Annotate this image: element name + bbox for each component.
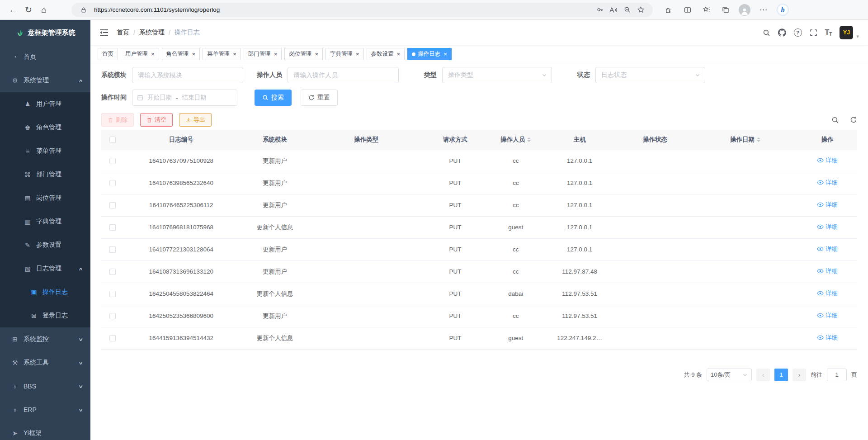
close-icon[interactable]: ×	[192, 51, 196, 57]
sidebar-item-home[interactable]: ◔首页	[0, 45, 90, 69]
detail-link[interactable]: 详细	[817, 267, 838, 275]
detail-link[interactable]: 详细	[817, 289, 838, 298]
tab-post-management[interactable]: 岗位管理×	[284, 48, 323, 60]
tab-user-management[interactable]: 用户管理×	[121, 48, 159, 60]
breadcrumb-item-home[interactable]: 首页	[117, 28, 129, 37]
github-icon[interactable]	[778, 28, 786, 37]
toggle-search-icon[interactable]	[831, 116, 839, 124]
zoom-out-icon[interactable]	[620, 4, 634, 16]
reset-button[interactable]: 重置	[301, 90, 338, 106]
sidebar-item-log-management[interactable]: ▧日志管理∧	[0, 257, 90, 280]
tab-param-settings[interactable]: 参数设置×	[367, 48, 405, 60]
help-icon[interactable]: ?	[794, 28, 802, 37]
column-header-operator[interactable]: 操作人员	[490, 130, 542, 150]
sidebar-item-operation-log[interactable]: ▣操作日志	[0, 280, 90, 304]
user-logo-badge[interactable]: YJ	[840, 26, 853, 39]
module-input[interactable]	[132, 67, 243, 83]
row-checkbox[interactable]	[109, 313, 116, 319]
breadcrumb-item-system[interactable]: 系统管理	[139, 28, 165, 37]
read-aloud-icon[interactable]	[607, 4, 620, 16]
favorites-bar-icon[interactable]	[701, 4, 712, 16]
sidebar-item-system-tools[interactable]: ⚒系统工具∨	[0, 351, 90, 374]
sort-icon[interactable]	[757, 137, 760, 142]
sort-icon[interactable]	[527, 137, 531, 142]
goto-page-input[interactable]	[827, 369, 847, 381]
browser-toolbar: ← ↻ ⌂ https://ccnetcore.com:1101/system/…	[0, 0, 868, 20]
detail-link[interactable]: 详细	[817, 223, 838, 231]
row-checkbox[interactable]	[109, 335, 116, 341]
browser-refresh-icon[interactable]: ↻	[21, 2, 36, 18]
tab-role-management[interactable]: 角色管理×	[162, 48, 200, 60]
sidebar-item-bbs[interactable]: ♁BBS∨	[0, 374, 90, 398]
close-icon[interactable]: ×	[151, 51, 155, 57]
browser-back-icon[interactable]: ←	[5, 2, 21, 18]
type-select[interactable]: 操作类型	[442, 67, 552, 83]
search-icon[interactable]	[763, 29, 770, 37]
column-header-date[interactable]: 操作日期	[693, 130, 797, 150]
sidebar-item-param-settings[interactable]: ✎参数设置	[0, 233, 90, 257]
row-checkbox[interactable]	[109, 180, 116, 186]
close-icon[interactable]: ×	[274, 51, 278, 57]
tab-home[interactable]: 首页	[98, 48, 118, 60]
detail-link[interactable]: 详细	[817, 156, 838, 165]
date-range-input[interactable]: 开始日期 - 结束日期	[132, 90, 237, 106]
sidebar-item-role-management[interactable]: ♚角色管理	[0, 116, 90, 139]
operator-input[interactable]	[288, 67, 399, 83]
split-screen-icon[interactable]	[682, 4, 693, 16]
close-icon[interactable]: ×	[356, 51, 359, 57]
tab-menu-management[interactable]: 菜单管理×	[203, 48, 241, 60]
current-page[interactable]: 1	[774, 369, 788, 381]
prev-page-button[interactable]: ‹	[756, 369, 770, 381]
browser-menu-icon[interactable]: ⋯	[758, 4, 769, 16]
detail-link[interactable]: 详细	[817, 334, 838, 342]
collections-icon[interactable]	[720, 4, 731, 16]
bing-copilot-icon[interactable]: b	[777, 4, 789, 16]
browser-home-icon[interactable]: ⌂	[36, 2, 52, 18]
detail-link[interactable]: 详细	[817, 201, 838, 209]
status-select[interactable]: 日志状态	[595, 67, 705, 83]
delete-button[interactable]: 删除	[101, 113, 134, 127]
sidebar-item-menu-management[interactable]: ≡菜单管理	[0, 139, 90, 163]
row-checkbox[interactable]	[109, 202, 116, 208]
search-button[interactable]: 搜索	[255, 90, 292, 106]
fullscreen-icon[interactable]	[810, 29, 817, 37]
password-key-icon[interactable]	[593, 4, 607, 16]
extensions-puzzle-icon[interactable]	[663, 4, 675, 16]
row-checkbox[interactable]	[109, 246, 116, 253]
cell-module: 更新个人信息	[238, 216, 311, 238]
profile-avatar[interactable]	[739, 4, 750, 16]
detail-link[interactable]: 详细	[817, 245, 838, 253]
detail-link[interactable]: 详细	[817, 312, 838, 320]
sidebar-item-system-management[interactable]: ⚙系统管理∧	[0, 69, 90, 92]
sidebar-item-post-management[interactable]: ▤岗位管理	[0, 186, 90, 210]
tab-department-management[interactable]: 部门管理×	[244, 48, 282, 60]
detail-link[interactable]: 详细	[817, 179, 838, 187]
sidebar-item-system-monitor[interactable]: ⊞系统监控∨	[0, 327, 90, 351]
row-checkbox[interactable]	[109, 291, 116, 297]
tab-operation-log[interactable]: 操作日志×	[407, 48, 452, 60]
export-button[interactable]: 导出	[179, 113, 212, 127]
row-checkbox[interactable]	[109, 158, 116, 164]
sidebar-item-yi-framework[interactable]: ➤Yi框架	[0, 421, 90, 440]
font-size-icon[interactable]: TT	[825, 28, 832, 37]
close-icon[interactable]: ×	[233, 51, 236, 57]
sidebar-item-erp[interactable]: ♁ERP∨	[0, 398, 90, 421]
refresh-table-icon[interactable]	[850, 116, 857, 123]
row-checkbox[interactable]	[109, 269, 116, 275]
sidebar-item-login-log[interactable]: ⊠登录日志	[0, 304, 90, 327]
tab-dict-management[interactable]: 字典管理×	[326, 48, 364, 60]
select-all-checkbox[interactable]	[109, 137, 116, 143]
close-icon[interactable]: ×	[315, 51, 318, 57]
browser-address-bar[interactable]: https://ccnetcore.com:1101/system/log/op…	[71, 3, 653, 17]
clear-button[interactable]: 清空	[140, 113, 173, 127]
close-icon[interactable]: ×	[397, 51, 401, 57]
favorites-star-icon[interactable]	[634, 4, 647, 16]
collapse-menu-icon[interactable]	[99, 28, 108, 37]
next-page-button[interactable]: ›	[793, 369, 806, 381]
row-checkbox[interactable]	[109, 224, 116, 231]
sidebar-item-department-management[interactable]: ⌘部门管理	[0, 163, 90, 186]
close-icon[interactable]: ×	[443, 51, 447, 57]
sidebar-item-user-management[interactable]: ♟用户管理	[0, 92, 90, 116]
page-size-select[interactable]: 10条/页	[707, 369, 752, 381]
sidebar-item-dict-management[interactable]: ▥字典管理	[0, 210, 90, 233]
